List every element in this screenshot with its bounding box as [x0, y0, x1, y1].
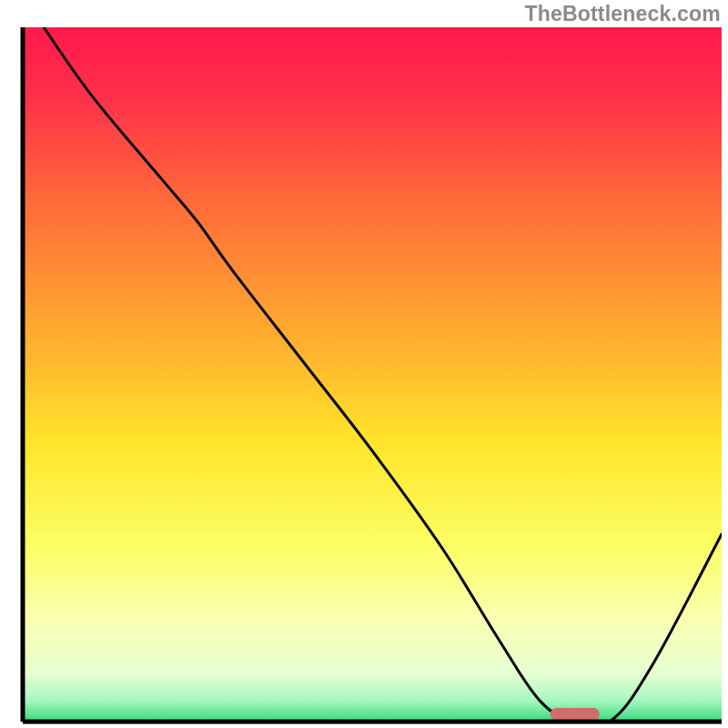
optimal-marker: [551, 708, 600, 720]
gradient-background: [23, 27, 722, 722]
chart-stage: TheBottleneck.com: [0, 0, 728, 728]
bottleneck-chart: [0, 0, 728, 728]
watermark-text: TheBottleneck.com: [524, 2, 721, 26]
